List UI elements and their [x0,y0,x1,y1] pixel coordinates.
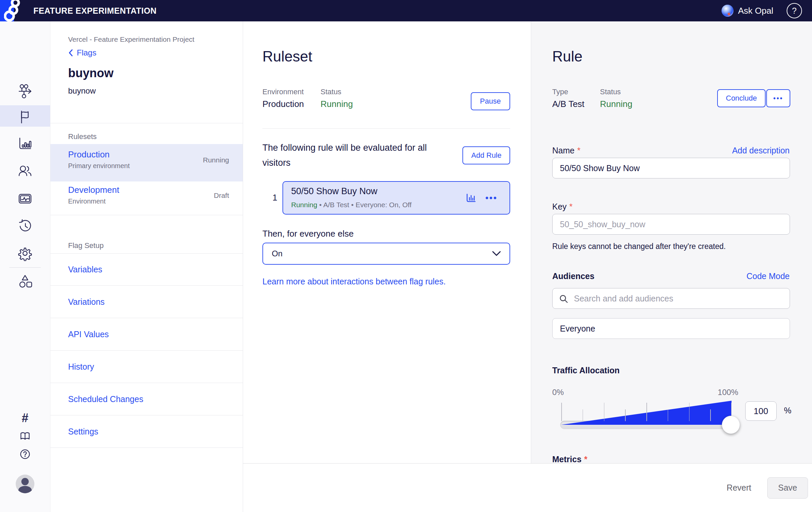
slider-handle[interactable] [722,416,740,434]
rulesets-section-label: Rulesets [68,132,97,141]
sidebar-item-scheduled-changes[interactable]: Scheduled Changes [51,383,243,415]
audiences-label: Audiences [552,271,594,281]
audience-everyone[interactable]: Everyone [552,318,790,339]
status-value: Running [600,99,632,109]
everyone-else-select[interactable]: On [262,243,510,265]
name-label: Name* [552,146,580,155]
panel-pointer-notch [531,188,541,208]
sidebar-item-flags[interactable] [0,108,50,124]
audience-search-input[interactable] [552,288,790,309]
status-value: Running [321,99,353,109]
flag-setup-section-label: Flag Setup [68,241,104,250]
rule-card-title: 50/50 Show Buy Now [291,186,377,196]
rule-card-subtitle: Running • A/B Test • Everyone: On, Off [291,201,412,209]
rule-intro-text: The following rule will be evaluated for… [262,140,456,170]
app-window: FEATURE EXPERIMENTATION Ask Opal ? [0,0,812,512]
metrics-label: Metrics* [552,455,587,463]
optimizely-logo[interactable] [0,0,27,21]
ask-opal-button[interactable]: Ask Opal [722,5,774,17]
rail-divider [9,267,41,268]
rail-item-docs[interactable] [0,430,50,442]
type-value: A/B Test [552,99,584,109]
rule-index: 1 [272,192,277,203]
traffic-allocation-label: Traffic Allocation [552,366,620,375]
ruleset-name: Production [68,150,110,160]
search-icon [559,294,568,303]
rule-key-input[interactable] [552,214,790,235]
sidebar-item-variables[interactable]: Variables [51,253,243,286]
audience-search [552,288,790,309]
flag-sidebar: Vercel - Feature Experimentation Project… [50,21,243,512]
divider [262,128,510,129]
sidebar-item-audiences[interactable] [0,163,50,179]
sidebar-item-history[interactable] [0,218,50,234]
sidebar-item-label: Variations [68,297,105,307]
rule-more-icon[interactable]: ••• [486,193,497,203]
slider-tick [668,409,668,421]
ruleset-item-production[interactable]: Production Primary environment Running [51,144,243,182]
sidebar-item-label: History [68,362,94,372]
code-mode-link[interactable]: Code Mode [747,271,790,281]
status-label: Status [321,87,341,96]
slider-tick [583,409,583,421]
required-asterisk: * [569,202,573,211]
rail-item-help[interactable] [0,449,50,460]
key-help-text: Rule keys cannot be changed after they'r… [552,242,726,251]
sidebar-item-history[interactable]: History [51,351,243,383]
back-to-flags-label: Flags [77,48,96,57]
type-label: Type [552,87,568,96]
gear-icon [17,246,33,261]
people-icon [17,163,33,179]
learn-more-link[interactable]: Learn more about interactions between fl… [262,277,446,287]
sidebar-item-components[interactable] [0,274,50,289]
revert-button[interactable]: Revert [727,483,751,493]
rule-card-meta: A/B Test • Everyone: On, Off [323,201,412,209]
sidebar-item-events[interactable] [0,191,50,206]
conclude-button[interactable]: Conclude [717,89,765,107]
top-bar: FEATURE EXPERIMENTATION Ask Opal ? [0,0,812,21]
ruleset-item-development[interactable]: Development Environment Draft [51,182,243,215]
avatar [16,475,34,493]
ruleset-sub: Primary environment [68,162,130,170]
help-glyph: ? [792,6,796,16]
save-button[interactable]: Save [767,477,808,498]
name-label-text: Name [552,146,575,155]
bar-chart-icon [17,136,33,152]
opal-orb-icon [722,5,733,17]
help-icon[interactable]: ? [787,3,802,18]
sidebar-item-settings[interactable] [0,246,50,261]
rule-more-button[interactable]: ••• [766,89,790,107]
rule-card[interactable]: 50/50 Show Buy Now Running • A/B Test • … [283,181,510,215]
sidebar-item-reports[interactable] [0,136,50,152]
back-to-flags-link[interactable]: Flags [68,48,96,57]
required-asterisk: * [577,146,581,155]
slider-tick [561,403,562,421]
project-name: Vercel - Feature Experimentation Project [68,35,194,44]
hash-icon: # [22,412,28,424]
sidebar-item-variations[interactable]: Variations [51,286,243,318]
app-title: FEATURE EXPERIMENTATION [33,6,156,16]
user-avatar[interactable] [0,475,50,493]
rule-panel: Rule Type A/B Test Status Running Conclu… [531,21,812,463]
everyone-else-label: Then, for everyone else [262,228,354,239]
slider-tick [646,403,647,421]
sidebar-item-experiments[interactable] [0,83,50,98]
allocation-input[interactable] [745,401,777,421]
rail-item-id[interactable]: # [0,412,50,424]
add-description-link[interactable]: Add description [732,146,790,155]
pause-button[interactable]: Pause [471,92,510,110]
topbar-right: Ask Opal ? [722,3,802,18]
results-chart-icon[interactable] [465,192,477,203]
metrics-label-text: Metrics [552,455,582,463]
optimizely-mark-icon [4,0,25,21]
icon-rail: # [0,21,50,512]
sidebar-item-settings[interactable]: Settings [51,415,243,448]
sidebar-item-api-values[interactable]: API Values [51,318,243,351]
percent-sign: % [784,406,791,415]
allocation-min-label: 0% [552,388,564,397]
rule-name-input[interactable] [552,158,790,179]
flag-title: buynow [68,66,114,80]
traffic-allocation-slider [560,400,737,435]
slider-tick [625,409,626,421]
add-rule-button[interactable]: Add Rule [462,146,510,164]
